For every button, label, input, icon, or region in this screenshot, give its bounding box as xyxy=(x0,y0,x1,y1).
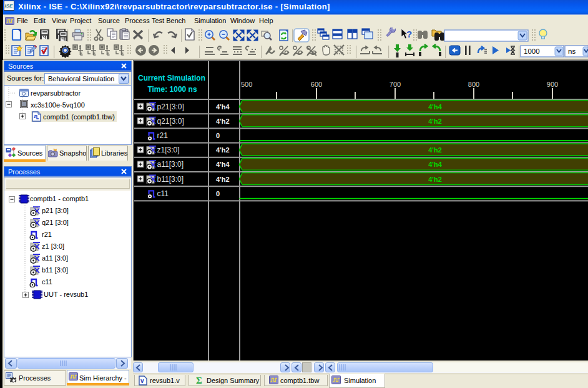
svg-text:4'h2: 4'h2 xyxy=(216,117,230,125)
svg-text:c11: c11 xyxy=(157,189,169,198)
svg-text:r21: r21 xyxy=(157,131,169,140)
svg-text:700: 700 xyxy=(390,81,401,88)
svg-text:4'h4: 4'h4 xyxy=(216,103,230,111)
svg-text:0: 0 xyxy=(216,190,220,197)
svg-text:4'h4: 4'h4 xyxy=(428,161,442,168)
svg-text:q21[3:0]: q21[3:0] xyxy=(157,117,184,126)
svg-text:500: 500 xyxy=(241,81,252,88)
svg-text:4'h2: 4'h2 xyxy=(216,146,230,154)
svg-text:ns: ns xyxy=(568,47,576,55)
svg-text:Current Simulation: Current Simulation xyxy=(138,74,205,82)
svg-text:800: 800 xyxy=(468,81,479,88)
svg-text:?: ? xyxy=(406,29,412,39)
svg-text:a11[3:0]: a11[3:0] xyxy=(157,160,184,169)
svg-text:4'h2: 4'h2 xyxy=(428,146,442,154)
svg-text:p21[3:0]: p21[3:0] xyxy=(157,102,184,111)
svg-text:4'h2: 4'h2 xyxy=(428,117,442,125)
svg-text:4'h4: 4'h4 xyxy=(216,161,230,168)
svg-text:v: v xyxy=(140,377,144,384)
svg-text:4'h2: 4'h2 xyxy=(428,176,442,183)
svg-text:0: 0 xyxy=(216,132,220,139)
svg-text:Σ: Σ xyxy=(196,376,202,385)
svg-text:1000: 1000 xyxy=(524,47,540,55)
svg-text:900: 900 xyxy=(547,81,558,88)
svg-text:ISE: ISE xyxy=(5,3,14,9)
svg-text:Time: 1000 ns: Time: 1000 ns xyxy=(147,85,197,94)
svg-text:z1[3:0]: z1[3:0] xyxy=(157,146,180,154)
svg-text:600: 600 xyxy=(311,81,322,88)
svg-text:b11[3:0]: b11[3:0] xyxy=(157,175,184,184)
svg-text:4'h4: 4'h4 xyxy=(428,103,442,111)
svg-text:4'h2: 4'h2 xyxy=(216,176,230,183)
